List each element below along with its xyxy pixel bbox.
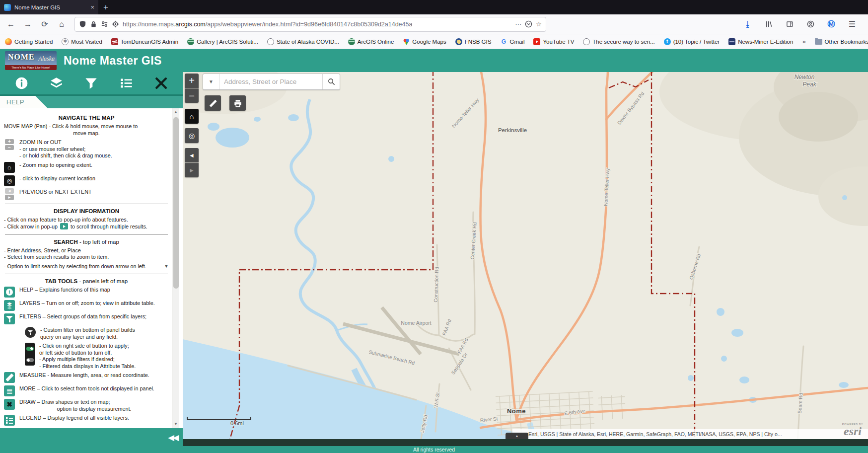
bookmark-item[interactable]: (10) Topic / Twitter bbox=[664, 38, 720, 45]
bookmark-item[interactable]: The secure way to sen... bbox=[583, 38, 654, 45]
help-row: FILTERS – Select groups of data from spe… bbox=[4, 313, 169, 324]
globe-gray-icon bbox=[267, 38, 274, 45]
search-input[interactable] bbox=[219, 74, 322, 89]
search-source-dropdown[interactable]: ▼ bbox=[203, 74, 219, 89]
popup-arrow-icon bbox=[60, 223, 68, 229]
bookmark-label: Gallery | ArcGIS Soluti... bbox=[197, 39, 258, 45]
tab-layers-button[interactable] bbox=[48, 75, 65, 92]
help-section-title: NAVIGATE THE MAP bbox=[4, 115, 169, 121]
lock-icon[interactable] bbox=[90, 20, 97, 28]
bookmarks-overflow-icon[interactable]: » bbox=[802, 38, 805, 45]
page-title: Nome Master GIS bbox=[64, 54, 162, 68]
scrollbar-up-icon[interactable]: ▲ bbox=[172, 108, 179, 116]
previous-extent-button[interactable]: ◄ bbox=[185, 148, 199, 162]
panel-scrollbar[interactable]: ▲ ▼ bbox=[172, 108, 179, 428]
tab-filters-button[interactable] bbox=[83, 75, 100, 92]
other-bookmarks[interactable]: Other Bookmarks bbox=[815, 39, 868, 45]
select-arrow-icon[interactable]: ▼ bbox=[164, 263, 169, 269]
search-button[interactable] bbox=[322, 74, 340, 89]
search-widget: ▼ bbox=[203, 74, 340, 90]
my-location-button[interactable]: ◎ bbox=[185, 128, 199, 143]
prev-next-icon bbox=[4, 189, 15, 200]
filter-tab-icon bbox=[4, 313, 15, 324]
tab-close-icon[interactable]: × bbox=[90, 3, 94, 11]
bookmark-item[interactable]: TomDuncanGIS Admin bbox=[111, 38, 178, 45]
url-text: https://nome.maps.arcgis.com/apps/webapp… bbox=[123, 21, 412, 28]
tab-info-button[interactable] bbox=[13, 75, 30, 92]
account-icon[interactable] bbox=[803, 17, 817, 31]
help-row: MORE – Click to select from tools not di… bbox=[4, 385, 169, 396]
attribute-table-bar[interactable] bbox=[183, 439, 868, 446]
help-section-title: TAB TOOLS - panels left of map bbox=[4, 278, 169, 284]
bookmark-label: Gmail bbox=[509, 39, 524, 45]
reload-button[interactable]: ⟳ bbox=[38, 17, 52, 31]
help-row: LAYERS – Turn on or off; zoom to; view i… bbox=[4, 300, 169, 311]
bookmark-label: FNSB GIS bbox=[465, 39, 492, 45]
help-section: DISPLAY INFORMATION- Click on map featur… bbox=[4, 208, 169, 230]
home-button[interactable]: ⌂ bbox=[55, 17, 69, 31]
tab-draw-tools-button[interactable] bbox=[153, 75, 170, 92]
bookmark-item[interactable]: News-Miner E-Edition bbox=[728, 38, 793, 45]
filter-toggle-icon bbox=[25, 343, 35, 366]
back-button[interactable]: ← bbox=[4, 17, 18, 31]
pocket-icon[interactable] bbox=[525, 20, 532, 28]
malwarebytes-icon[interactable]: Ⓜ bbox=[824, 17, 838, 31]
firefox-icon bbox=[5, 38, 12, 45]
bookmark-star-icon[interactable]: ☆ bbox=[536, 20, 542, 28]
downloads-icon[interactable]: ⭳ bbox=[741, 17, 755, 31]
library-icon[interactable] bbox=[762, 17, 776, 31]
tab-legend-button[interactable] bbox=[118, 75, 135, 92]
map-label: Newton bbox=[795, 74, 815, 80]
measure-button[interactable] bbox=[205, 95, 221, 111]
bookmark-item[interactable]: ArcGIS Online bbox=[348, 38, 394, 45]
map-label: Perkinsville bbox=[498, 127, 527, 133]
help-row: ZOOM IN or OUT- or use mouse roller whee… bbox=[4, 139, 169, 159]
help-panel-content: NAVIGATE THE MAPMOVE MAP (Pan) - Click &… bbox=[0, 108, 172, 428]
bookmark-item[interactable]: Google Maps bbox=[403, 38, 446, 45]
help-row: - Zoom map to opening extent. bbox=[4, 162, 169, 173]
more-tab-icon bbox=[4, 385, 15, 396]
help-row: MOVE MAP (Pan) - Click & hold mouse, mov… bbox=[4, 123, 169, 137]
scrollbar-down-icon[interactable]: ▼ bbox=[172, 420, 179, 428]
collapse-panel-icon[interactable]: ◀◀ bbox=[168, 433, 178, 442]
bookmark-item[interactable]: Gallery | ArcGIS Soluti... bbox=[187, 38, 258, 45]
bookmark-item[interactable]: YouTube TV bbox=[533, 38, 574, 45]
tomduncan-icon bbox=[111, 38, 118, 45]
map-container[interactable]: NewtonPeakPerkinsvilleNome-Teller HwyDex… bbox=[183, 72, 868, 453]
bookmark-item[interactable]: State of Alaska COVID... bbox=[267, 38, 339, 45]
sidebar-icon[interactable] bbox=[783, 17, 796, 31]
zoom-out-button[interactable]: − bbox=[185, 88, 199, 103]
new-tab-button[interactable]: + bbox=[98, 0, 113, 14]
bookmark-item[interactable]: FNSB GIS bbox=[455, 38, 492, 45]
map-home-button[interactable]: ⌂ bbox=[185, 109, 199, 124]
scrollbar-thumb[interactable] bbox=[173, 117, 179, 289]
tab-favicon bbox=[4, 4, 11, 11]
help-row: HELP – Explains functions of this map bbox=[4, 287, 169, 298]
panel-tabstrip: HELP bbox=[0, 96, 183, 108]
map-label: Peak bbox=[802, 81, 816, 88]
bookmark-item[interactable]: Gmail bbox=[500, 38, 524, 45]
shield-icon[interactable] bbox=[79, 20, 86, 28]
map-canvas[interactable]: NewtonPeakPerkinsvilleNome-Teller HwyDex… bbox=[183, 72, 868, 442]
bookmark-item[interactable]: Getting Started bbox=[5, 38, 53, 45]
forward-button[interactable]: → bbox=[21, 17, 35, 31]
zoom-in-button[interactable]: + bbox=[185, 74, 199, 88]
print-button[interactable] bbox=[229, 95, 246, 111]
map-label: Nome bbox=[507, 407, 526, 415]
help-tab[interactable]: HELP bbox=[0, 96, 48, 108]
help-row: PREVIOUS or NEXT EXTENT bbox=[4, 189, 169, 200]
page-actions-icon[interactable]: ⋯ bbox=[515, 20, 521, 28]
bookmark-item[interactable]: Most Visited bbox=[62, 38, 102, 45]
geolocation-icon[interactable] bbox=[112, 20, 119, 28]
menu-icon[interactable]: ☰ bbox=[845, 17, 859, 31]
permissions-icon[interactable] bbox=[101, 20, 108, 28]
help-row: - Option to limit search by selecting fr… bbox=[4, 263, 169, 270]
next-extent-button[interactable]: ► bbox=[185, 163, 199, 177]
browser-tab[interactable]: Nome Master GIS × bbox=[0, 0, 98, 14]
twitter-icon bbox=[664, 38, 671, 45]
url-bar[interactable]: https://nome.maps.arcgis.com/apps/webapp… bbox=[74, 17, 546, 32]
draw-tab-icon bbox=[4, 399, 15, 410]
app-header: NOME Alaska There's No Place Like Nome! … bbox=[0, 49, 868, 72]
folder-icon bbox=[815, 39, 822, 45]
youtube-icon bbox=[533, 38, 540, 45]
